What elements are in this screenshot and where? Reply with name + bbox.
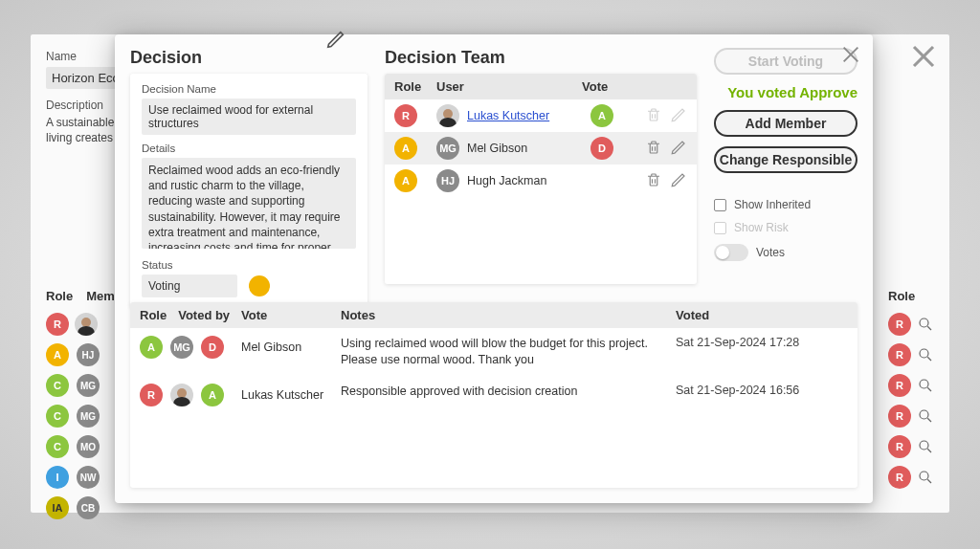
svg-line-13 xyxy=(927,479,931,483)
details-label: Details xyxy=(142,143,356,154)
team-row[interactable]: RLukas KutscherA xyxy=(385,99,697,132)
bg-right-row: R xyxy=(888,309,934,340)
search-icon[interactable] xyxy=(917,438,934,455)
decision-card: Decision Name Use reclaimed wood for ext… xyxy=(130,74,368,307)
role-badge: R xyxy=(888,313,911,336)
vote-badge: D xyxy=(201,336,224,359)
decision-modal: Decision Decision Name Use reclaimed woo… xyxy=(115,34,873,503)
team-card: Role User Vote RLukas KutscherAAMGMel Gi… xyxy=(385,74,697,284)
change-responsible-button[interactable]: Change Responsible xyxy=(714,146,858,173)
votes-toggle[interactable]: Votes xyxy=(714,244,858,261)
team-row[interactable]: AHJHugh Jackman xyxy=(385,165,697,197)
bg-right-col-role: Role xyxy=(888,283,934,309)
team-panel: Decision Team Role User Vote RLukas Kuts… xyxy=(385,48,697,289)
votes-toggle-label: Votes xyxy=(756,246,785,259)
pencil-icon[interactable] xyxy=(325,29,346,53)
votes-col-voted: Voted xyxy=(676,308,848,322)
svg-point-2 xyxy=(920,318,928,327)
role-badge: IA xyxy=(46,496,69,519)
svg-line-3 xyxy=(927,326,931,330)
svg-point-8 xyxy=(920,410,928,419)
votes-header: Role Voted by Vote Notes Voted xyxy=(130,302,858,328)
show-risk-label: Show Risk xyxy=(734,221,789,234)
team-col-role: Role xyxy=(394,79,436,94)
toggle-icon xyxy=(714,244,748,261)
votes-col-role: Role xyxy=(140,308,167,322)
add-member-button[interactable]: Add Member xyxy=(714,110,858,137)
team-col-vote: Vote xyxy=(582,79,687,94)
search-icon[interactable] xyxy=(917,316,934,333)
member-initials: MG xyxy=(170,336,193,359)
vote-when: Sat 21-Sep-2024 17:28 xyxy=(676,336,848,349)
checkbox-icon xyxy=(714,222,726,234)
svg-point-6 xyxy=(920,380,928,388)
decision-name-field[interactable]: Use reclaimed wood for external structur… xyxy=(142,99,356,135)
member-initials: MG xyxy=(436,137,459,160)
search-icon[interactable] xyxy=(917,377,934,394)
vote-notes: Responsible approved with decision creat… xyxy=(341,384,676,400)
status-dot-icon xyxy=(249,275,270,296)
role-badge: R xyxy=(888,374,911,397)
bg-left-col-role: Role xyxy=(46,283,73,309)
details-textarea[interactable] xyxy=(142,158,356,249)
svg-line-11 xyxy=(927,449,931,452)
role-badge: R xyxy=(140,384,163,406)
vote-who: Lukas Kutscher xyxy=(241,388,323,402)
svg-line-5 xyxy=(927,357,931,361)
role-badge: R xyxy=(46,313,69,336)
svg-line-7 xyxy=(927,387,931,391)
member-initials: MO xyxy=(77,435,100,458)
votes-col-notes: Notes xyxy=(341,308,676,322)
votes-row: AMGDMel GibsonUsing reclaimed wood will … xyxy=(130,328,858,376)
vote-badge: D xyxy=(590,137,613,160)
role-badge: C xyxy=(46,405,69,428)
bg-roles-right: Role RRRRRR xyxy=(888,283,949,493)
close-icon[interactable] xyxy=(909,42,938,71)
svg-line-9 xyxy=(927,418,931,422)
avatar xyxy=(170,384,193,406)
user-name: Mel Gibson xyxy=(467,142,527,155)
votes-table: Role Voted by Vote Notes Voted AMGDMel G… xyxy=(130,302,858,488)
member-initials: HJ xyxy=(77,343,100,366)
team-header: Role User Vote xyxy=(385,74,697,99)
trash-icon xyxy=(645,106,662,126)
trash-icon[interactable] xyxy=(645,171,662,191)
role-badge: C xyxy=(46,374,69,397)
search-icon[interactable] xyxy=(917,407,934,425)
show-risk-checkbox: Show Risk xyxy=(714,221,858,234)
vote-who: Mel Gibson xyxy=(241,340,301,354)
role-badge: A xyxy=(140,336,163,359)
role-badge: A xyxy=(46,343,69,366)
trash-icon[interactable] xyxy=(645,139,662,159)
votes-col-vote: Vote xyxy=(241,308,267,322)
close-icon[interactable] xyxy=(840,44,861,68)
vote-notes: Using reclaimed wood will blow the budge… xyxy=(341,336,676,368)
show-inherited-checkbox[interactable]: Show Inherited xyxy=(714,198,858,211)
pencil-icon xyxy=(670,106,687,126)
voted-approve-label: You voted Approve xyxy=(714,84,858,100)
member-initials: MG xyxy=(77,405,100,428)
votes-row: RALukas KutscherResponsible approved wit… xyxy=(130,376,858,414)
pencil-icon[interactable] xyxy=(670,171,687,191)
role-badge: R xyxy=(888,343,911,366)
svg-point-4 xyxy=(920,349,928,358)
team-row[interactable]: AMGMel GibsonD xyxy=(385,132,697,165)
pencil-icon[interactable] xyxy=(670,139,687,159)
status-field[interactable]: Voting xyxy=(142,274,237,297)
status-label: Status xyxy=(142,259,356,271)
bg-right-row: R xyxy=(888,431,934,462)
role-badge: R xyxy=(888,466,911,489)
vote-when: Sat 21-Sep-2024 16:56 xyxy=(676,384,848,397)
search-icon[interactable] xyxy=(917,469,934,486)
team-heading: Decision Team xyxy=(385,48,697,68)
vote-badge: A xyxy=(590,104,613,127)
role-badge: R xyxy=(888,435,911,458)
bg-right-row: R xyxy=(888,370,934,401)
member-initials: CB xyxy=(77,496,100,519)
search-icon[interactable] xyxy=(917,346,934,363)
role-badge: R xyxy=(888,405,911,428)
member-initials: MG xyxy=(77,374,100,397)
user-link[interactable]: Lukas Kutscher xyxy=(467,109,549,122)
svg-point-12 xyxy=(920,472,928,480)
start-voting-button: Start Voting xyxy=(714,48,858,75)
